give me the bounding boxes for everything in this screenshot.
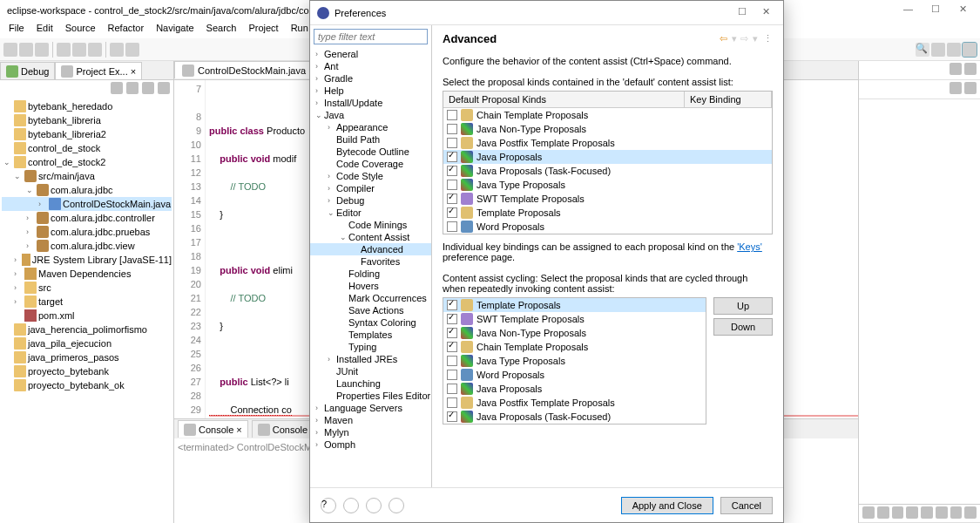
forward-icon[interactable]: ⇨ bbox=[740, 33, 753, 45]
tree-package[interactable]: ⌄com.alura.jdbc bbox=[2, 183, 172, 197]
import-icon[interactable] bbox=[343, 498, 359, 513]
collapse-all-icon[interactable] bbox=[111, 82, 123, 94]
checkbox[interactable] bbox=[447, 180, 457, 190]
tree-source-folder[interactable]: ⌄src/main/java bbox=[2, 169, 172, 183]
tree-package[interactable]: ›com.alura.jdbc.view bbox=[2, 239, 172, 253]
nav-favorites[interactable]: Favorites bbox=[310, 255, 431, 268]
menu-edit[interactable]: Edit bbox=[31, 21, 58, 38]
checkbox[interactable] bbox=[447, 221, 457, 232]
proposal-row[interactable]: Word Proposals bbox=[443, 220, 772, 234]
nav-buildpath[interactable]: Build Path bbox=[310, 133, 431, 146]
cycle-row[interactable]: Java Proposals (Task-Focused) bbox=[443, 410, 706, 424]
proposal-row[interactable]: Java Proposals bbox=[443, 150, 772, 164]
nav-typing[interactable]: Typing bbox=[310, 341, 431, 353]
nav-saveactions[interactable]: Save Actions bbox=[310, 304, 431, 316]
nav-launching[interactable]: Launching bbox=[310, 377, 431, 390]
up-button[interactable]: Up bbox=[713, 297, 773, 315]
tool-icon[interactable] bbox=[964, 506, 977, 519]
proposal-row[interactable]: Java Type Proposals bbox=[443, 178, 772, 192]
dialog-maximize-icon[interactable]: ☐ bbox=[738, 6, 752, 20]
dialog-close-icon[interactable]: ✕ bbox=[762, 6, 776, 20]
tree-project[interactable]: java_pila_ejecucion bbox=[2, 336, 172, 350]
menu-project[interactable]: Project bbox=[243, 21, 283, 38]
checkbox[interactable] bbox=[447, 370, 457, 380]
coverage-icon[interactable] bbox=[88, 43, 102, 57]
close-icon[interactable]: ✕ bbox=[959, 3, 973, 17]
editor-tab[interactable]: ControlDeStockMain.java bbox=[174, 61, 314, 78]
checkbox[interactable] bbox=[447, 124, 457, 134]
th-binding[interactable]: Key Binding bbox=[685, 92, 772, 107]
cancel-button[interactable]: Cancel bbox=[720, 497, 773, 514]
checkbox[interactable] bbox=[447, 152, 457, 162]
tab-project-explorer[interactable]: Project Ex... × bbox=[55, 62, 142, 79]
tool-icon[interactable] bbox=[921, 506, 933, 519]
checkbox[interactable] bbox=[447, 166, 457, 176]
tool-icon[interactable] bbox=[936, 506, 948, 519]
checkbox[interactable] bbox=[447, 342, 457, 352]
proposal-row[interactable]: SWT Template Proposals bbox=[443, 192, 772, 206]
nav-folding[interactable]: Folding bbox=[310, 268, 431, 280]
checkbox[interactable] bbox=[447, 397, 457, 408]
nav-junit[interactable]: JUnit bbox=[310, 365, 431, 377]
task-icon[interactable] bbox=[964, 82, 977, 94]
nav-ant[interactable]: ›Ant bbox=[310, 60, 431, 72]
nav-help[interactable]: ›Help bbox=[310, 85, 431, 97]
tree-project[interactable]: proyecto_bytebank_ok bbox=[2, 378, 172, 392]
tree-jre-library[interactable]: ›JRE System Library [JavaSE-11] bbox=[2, 253, 172, 267]
tree-folder[interactable]: ›target bbox=[2, 295, 172, 309]
nav-gradle[interactable]: ›Gradle bbox=[310, 72, 431, 85]
tab-console[interactable]: Console× bbox=[178, 420, 248, 438]
nav-templates[interactable]: Templates bbox=[310, 329, 431, 341]
new-package-icon[interactable] bbox=[125, 43, 139, 57]
tool-icon[interactable] bbox=[892, 506, 904, 519]
checkbox[interactable] bbox=[447, 138, 457, 148]
outline-icon[interactable] bbox=[950, 82, 962, 94]
menu-file[interactable]: File bbox=[3, 21, 30, 38]
tree-maven-deps[interactable]: ›Maven Dependencies bbox=[2, 267, 172, 281]
tree-project[interactable]: ⌄control_de_stock2 bbox=[2, 155, 172, 169]
nav-general[interactable]: ›General bbox=[310, 48, 431, 60]
tree-project[interactable]: bytebank_libreria bbox=[2, 113, 172, 127]
java-perspective-icon[interactable] bbox=[947, 43, 961, 57]
saveall-icon[interactable] bbox=[35, 43, 49, 57]
nav-advanced[interactable]: Advanced bbox=[310, 243, 431, 255]
cycle-row[interactable]: Java Proposals bbox=[443, 382, 706, 396]
nav-langserv[interactable]: ›Language Servers bbox=[310, 402, 431, 414]
cycle-row[interactable]: Template Proposals bbox=[443, 298, 706, 312]
checkbox[interactable] bbox=[447, 411, 457, 422]
tree-pom-file[interactable]: pom.xml bbox=[2, 309, 172, 323]
menu-dots-icon[interactable]: ⋮ bbox=[763, 33, 773, 44]
back-icon[interactable]: ⇦ bbox=[720, 33, 732, 45]
filter-icon[interactable] bbox=[142, 82, 154, 94]
nav-jres[interactable]: ›Installed JREs bbox=[310, 353, 431, 365]
tool-icon[interactable] bbox=[862, 506, 875, 519]
tool-icon[interactable] bbox=[877, 506, 889, 519]
debug-icon[interactable] bbox=[57, 43, 71, 57]
tree-package[interactable]: ›com.alura.jdbc.controller bbox=[2, 211, 172, 225]
tree-folder[interactable]: ›src bbox=[2, 281, 172, 295]
nav-bytecode[interactable]: Bytecode Outline bbox=[310, 146, 431, 158]
preferences-tree[interactable]: ›General ›Ant ›Gradle ›Help ›Install/Upd… bbox=[310, 48, 431, 487]
search-icon[interactable]: 🔍 bbox=[916, 43, 929, 57]
nav-markocc[interactable]: Mark Occurrences bbox=[310, 292, 431, 304]
tree-project[interactable]: java_primeros_pasos bbox=[2, 350, 172, 364]
tree-package[interactable]: ›com.alura.jdbc.pruebas bbox=[2, 225, 172, 239]
nav-hovers[interactable]: Hovers bbox=[310, 280, 431, 292]
tab-console-2[interactable]: Console bbox=[252, 420, 314, 438]
cycle-row[interactable]: Java Postfix Template Proposals bbox=[443, 396, 706, 410]
proposal-row[interactable]: Java Non-Type Proposals bbox=[443, 122, 772, 136]
nav-coverage[interactable]: Code Coverage bbox=[310, 158, 431, 170]
checkbox[interactable] bbox=[447, 300, 457, 310]
project-explorer-tree[interactable]: bytebank_heredado bytebank_libreria byte… bbox=[0, 98, 173, 523]
checkbox[interactable] bbox=[447, 384, 457, 394]
nav-oomph[interactable]: ›Oomph bbox=[310, 438, 431, 451]
close-tab-icon[interactable]: × bbox=[131, 66, 136, 77]
menu-source[interactable]: Source bbox=[60, 21, 101, 38]
checkbox[interactable] bbox=[447, 314, 457, 324]
proposal-row[interactable]: Java Proposals (Task-Focused) bbox=[443, 164, 772, 178]
tree-java-file[interactable]: ›ControlDeStockMain.java bbox=[2, 197, 172, 211]
tree-project[interactable]: bytebank_heredado bbox=[2, 99, 172, 113]
tree-project[interactable]: java_herencia_polimorfismo bbox=[2, 323, 172, 336]
cycle-row[interactable]: Java Non-Type Proposals bbox=[443, 326, 706, 340]
checkbox[interactable] bbox=[447, 194, 457, 204]
